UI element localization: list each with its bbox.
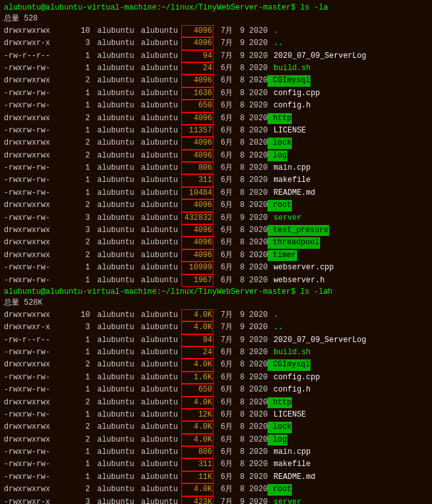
list-item: drwxrwxrwx 2 alubuntu alubuntu4.0K 6月 8 … <box>4 421 428 433</box>
list-item: -rwxrw-rw- 1 alubuntu alubuntu11K 6月 8 2… <box>4 471 428 483</box>
command-line-2: alubuntu@alubuntu-virtual-machine:~/linu… <box>4 287 428 298</box>
list-item: drwxrwxrwx 2 alubuntu alubuntu4096 6月 8 … <box>4 237 428 249</box>
list-item: drwxrwxrwx 2 alubuntu alubuntu4096 6月 8 … <box>4 137 428 149</box>
list-item: -rw-r--r-- 1 alubuntu alubuntu94 7月 9 20… <box>4 50 428 62</box>
total-1: 总量 528 <box>4 14 428 24</box>
list-item: -rwxrw-rw- 1 alubuntu alubuntu311 6月 8 2… <box>4 174 428 186</box>
terminal: alubuntu@alubuntu-virtual-machine:~/linu… <box>0 0 432 504</box>
list-item: drwxrwxrwx 2 alubuntu alubuntu4096 6月 8 … <box>4 249 428 262</box>
list-item: -rwxrw-rw- 1 alubuntu alubuntu24 6月 8 20… <box>4 62 428 75</box>
list-item: -rwxrw-rw- 1 alubuntu alubuntu311 6月 8 2… <box>4 458 428 471</box>
list-item: drwxrwxrwx 10 alubuntu alubuntu4.0K 7月 9… <box>4 309 428 321</box>
ls-lah-section: drwxrwxrwx 10 alubuntu alubuntu4.0K 7月 9… <box>4 309 428 504</box>
ls-la-section: drwxrwxrwx 10 alubuntu alubuntu4096 7月 9… <box>4 25 428 287</box>
list-item: drwxrwxrwx 2 alubuntu alubuntu4.0K 6月 8 … <box>4 359 428 371</box>
list-item: -rw-r--r-- 1 alubuntu alubuntu94 7月 9 20… <box>4 334 428 346</box>
command-line-1: alubuntu@alubuntu-virtual-machine:~/linu… <box>4 3 428 14</box>
list-item: -rwxrw-rw- 1 alubuntu alubuntu1967 6月 8 … <box>4 274 428 287</box>
list-item: drwxrwxrwx 2 alubuntu alubuntu4096 6月 8 … <box>4 150 428 162</box>
list-item: drwxrwxrwx 2 alubuntu alubuntu4.0K 6月 8 … <box>4 483 428 496</box>
list-item: drwxrwxr-x 3 alubuntu alubuntu4.0K 7月 9 … <box>4 321 428 334</box>
list-item: -rwxrw-rw- 1 alubuntu alubuntu11357 6月 8… <box>4 125 428 137</box>
list-item: drwxrwxrwx 2 alubuntu alubuntu4096 6月 8 … <box>4 75 428 87</box>
list-item: drwxrwxrwx 10 alubuntu alubuntu4096 7月 9… <box>4 25 428 37</box>
list-item: -rwxrw-rw- 1 alubuntu alubuntu10484 6月 8… <box>4 187 428 199</box>
total-2: 总量 528K <box>4 298 428 309</box>
list-item: drwxrwxrwx 2 alubuntu alubuntu4.0K 6月 8 … <box>4 434 428 446</box>
list-item: -rwxrw-rw- 1 alubuntu alubuntu650 6月 8 2… <box>4 384 428 396</box>
list-item: -rwxrw-rw- 3 alubuntu alubuntu432832 6月 … <box>4 212 428 224</box>
list-item: drwxrwxrwx 2 alubuntu alubuntu4096 6月 8 … <box>4 113 428 125</box>
list-item: -rwxrw-rw- 1 alubuntu alubuntu1.6K 6月 8 … <box>4 372 428 384</box>
list-item: -rwxrw-rw- 1 alubuntu alubuntu24 6月 8 20… <box>4 346 428 359</box>
list-item: drwxrwxrwx 2 alubuntu alubuntu4.0K 6月 8 … <box>4 397 428 409</box>
list-item: -rwxrw-rw- 1 alubuntu alubuntu650 6月 8 2… <box>4 100 428 112</box>
list-item: -rwxrw-rw- 1 alubuntu alubuntu12K 6月 8 2… <box>4 409 428 421</box>
list-item: -rwxrw-rw- 1 alubuntu alubuntu806 6月 8 2… <box>4 446 428 458</box>
list-item: -rwxrw-rw- 1 alubuntu alubuntu10999 6月 8… <box>4 262 428 274</box>
list-item: -rwxrwxr-x 3 alubuntu alubuntu423K 7月 9 … <box>4 496 428 504</box>
list-item: drwxrwxrwx 2 alubuntu alubuntu4096 6月 8 … <box>4 199 428 212</box>
list-item: -rwxrw-rw- 1 alubuntu alubuntu1636 6月 8 … <box>4 87 428 100</box>
list-item: drwxrwxr-x 3 alubuntu alubuntu4096 7月 9 … <box>4 37 428 50</box>
list-item: drwxrwxrwx 3 alubuntu alubuntu4096 6月 8 … <box>4 224 428 237</box>
list-item: -rwxrw-rw- 1 alubuntu alubuntu806 6月 8 2… <box>4 162 428 174</box>
